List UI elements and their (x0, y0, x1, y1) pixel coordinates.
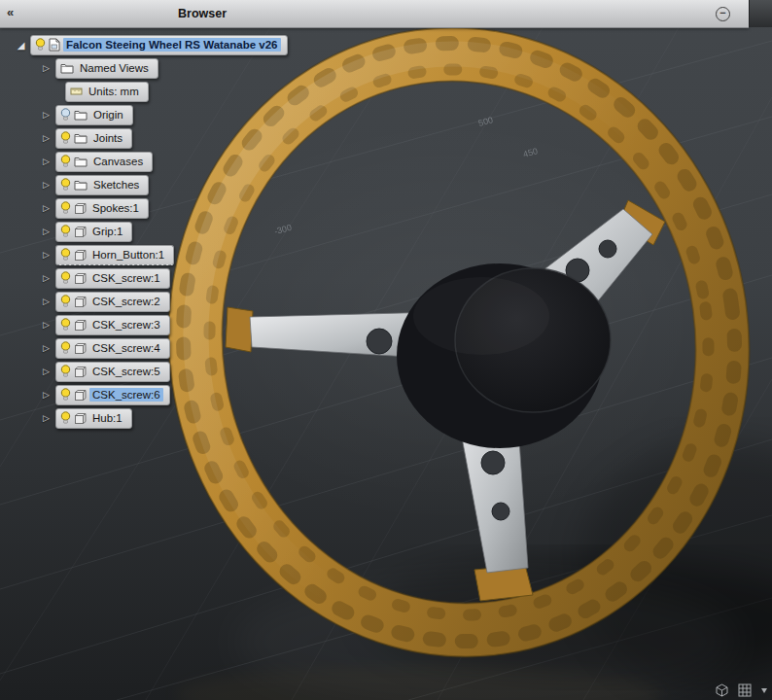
collapsed-arrow-icon[interactable]: ▷ (39, 110, 53, 120)
collapsed-arrow-icon[interactable]: ▷ (39, 320, 53, 330)
tree-item-label[interactable]: Joints (90, 131, 125, 145)
component-icon (74, 389, 87, 402)
tree-row[interactable]: ▷CSK_screw:1 (39, 267, 170, 289)
lightbulb-on-icon[interactable] (60, 411, 71, 425)
lightbulb-on-icon[interactable] (60, 318, 71, 332)
tree-row[interactable]: ▷Spokes:1 (39, 197, 149, 219)
lightbulb-on-icon[interactable] (60, 295, 71, 308)
tree-item-label[interactable]: CSK_screw:6 (89, 388, 163, 402)
nav-cube-icon[interactable] (714, 682, 730, 698)
folder-icon (74, 179, 88, 191)
component-icon (74, 226, 87, 238)
component-icon (74, 366, 87, 378)
folder-icon (74, 109, 88, 121)
component-icon (74, 412, 87, 425)
collapsed-arrow-icon[interactable]: ▷ (39, 250, 53, 260)
collapsed-arrow-icon[interactable]: ▷ (39, 180, 53, 190)
tree-row[interactable]: ▷Hub:1 (39, 407, 132, 429)
tree-item-label[interactable]: Units: mm (86, 85, 142, 98)
tree-item-label[interactable]: CSK_screw:2 (89, 295, 163, 308)
component-icon (74, 249, 87, 262)
tree-item-chip[interactable]: Canvases (55, 152, 153, 172)
tree-row[interactable]: ▷CSK_screw:5 (39, 361, 170, 382)
tree-item-chip[interactable]: Origin (55, 105, 133, 125)
tree-item-label[interactable]: Named Views (77, 61, 152, 75)
tree-item-label[interactable]: Falcon Steeing Wheel RS Watanabe v26 (63, 38, 281, 52)
tree-item-chip[interactable]: CSK_screw:5 (55, 362, 170, 382)
tree-item-chip[interactable]: CSK_screw:1 (55, 268, 170, 289)
tree-item-label[interactable]: CSK_screw:3 (89, 318, 163, 332)
tree-item-label[interactable]: Origin (90, 108, 126, 122)
tree-row[interactable]: ▷Canvases (39, 151, 153, 172)
tree-item-chip[interactable]: Spokes:1 (55, 198, 149, 219)
tree-row[interactable]: ▷Origin (39, 104, 133, 125)
lightbulb-on-icon[interactable] (60, 271, 71, 285)
tree-row[interactable]: ◢Falcon Steeing Wheel RS Watanabe v26 (14, 34, 288, 55)
collapsed-arrow-icon[interactable]: ▷ (39, 273, 53, 283)
lightbulb-on-icon[interactable] (60, 365, 71, 378)
lightbulb-on-icon[interactable] (60, 248, 71, 262)
lightbulb-on-icon[interactable] (60, 178, 71, 192)
expanded-arrow-icon[interactable]: ◢ (14, 40, 28, 51)
folder-icon (74, 132, 88, 144)
collapsed-arrow-icon[interactable]: ▷ (39, 390, 53, 400)
folder-icon (74, 156, 88, 167)
tree-item-label[interactable]: Grip:1 (89, 225, 125, 238)
tree-item-chip[interactable]: Sketches (55, 175, 149, 195)
tree-item-chip[interactable]: CSK_screw:4 (55, 338, 170, 359)
tree-item-chip[interactable]: Falcon Steeing Wheel RS Watanabe v26 (30, 35, 288, 55)
tree-item-label[interactable]: Sketches (90, 178, 142, 192)
lightbulb-on-icon[interactable] (60, 131, 71, 145)
lightbulb-on-icon[interactable] (60, 155, 71, 168)
tree-item-chip[interactable]: Grip:1 (55, 222, 132, 242)
tree-row[interactable]: ▷Joints (39, 127, 132, 149)
tree-row[interactable]: ▷CSK_screw:3 (39, 314, 170, 335)
lightbulb-on-icon[interactable] (60, 225, 71, 238)
header-corner (749, 0, 772, 27)
component-icon (74, 272, 87, 285)
tree-row[interactable]: Units: mm (39, 81, 149, 102)
tree-item-label[interactable]: Spokes:1 (89, 201, 142, 215)
component-icon (74, 296, 87, 308)
collapsed-arrow-icon[interactable]: ▷ (39, 203, 53, 213)
collapsed-arrow-icon[interactable]: ▷ (39, 133, 53, 143)
tree-item-chip[interactable]: Hub:1 (55, 408, 132, 429)
tree-item-chip[interactable]: Named Views (55, 58, 158, 79)
collapsed-arrow-icon[interactable]: ▷ (39, 367, 53, 376)
nav-chevron-icon[interactable] (759, 685, 769, 695)
tree-row[interactable]: ▷CSK_screw:4 (39, 337, 170, 359)
collapsed-arrow-icon[interactable]: ▷ (39, 157, 53, 166)
tree-row[interactable]: ▷Horn_Button:1 (39, 244, 174, 265)
tree-row[interactable]: ▷Grip:1 (39, 221, 132, 242)
tree-item-chip[interactable]: CSK_screw:6 (55, 385, 170, 405)
lightbulb-on-icon[interactable] (60, 201, 71, 215)
nav-grid-icon[interactable] (737, 682, 753, 698)
collapsed-arrow-icon[interactable]: ▷ (39, 297, 53, 306)
component-icon (74, 319, 87, 332)
tree-item-chip[interactable]: CSK_screw:3 (55, 315, 170, 335)
tree-item-chip[interactable]: Units: mm (65, 82, 149, 102)
minimize-panel-icon[interactable]: − (716, 7, 730, 21)
tree-item-chip[interactable]: Joints (55, 128, 132, 149)
tree-item-label[interactable]: CSK_screw:4 (89, 341, 163, 355)
tree-item-label[interactable]: Canvases (90, 155, 146, 168)
tree-row[interactable]: ▷CSK_screw:2 (39, 291, 170, 312)
lightbulb-on-icon[interactable] (35, 38, 46, 52)
lightbulb-on-icon[interactable] (60, 341, 71, 355)
tree-item-chip[interactable]: Horn_Button:1 (55, 245, 174, 265)
collapsed-arrow-icon[interactable]: ▷ (39, 227, 53, 236)
collapsed-arrow-icon[interactable]: ▷ (39, 63, 53, 73)
tree-item-label[interactable]: CSK_screw:1 (89, 271, 163, 285)
tree-item-chip[interactable]: CSK_screw:2 (55, 292, 170, 312)
tree-item-label[interactable]: CSK_screw:5 (89, 365, 163, 378)
lightbulb-off-icon[interactable] (60, 108, 71, 122)
tree-row[interactable]: ▷Sketches (39, 174, 149, 195)
collapsed-arrow-icon[interactable]: ▷ (39, 343, 53, 353)
tree-item-label[interactable]: Horn_Button:1 (89, 248, 167, 262)
lightbulb-on-icon[interactable] (60, 388, 71, 402)
tree-row[interactable]: ▷Named Views (39, 57, 158, 79)
tree-item-label[interactable]: Hub:1 (89, 411, 125, 425)
tree-row[interactable]: ▷CSK_screw:6 (39, 384, 170, 405)
steering-wheel-hub[interactable] (397, 263, 611, 448)
collapsed-arrow-icon[interactable]: ▷ (39, 413, 53, 423)
